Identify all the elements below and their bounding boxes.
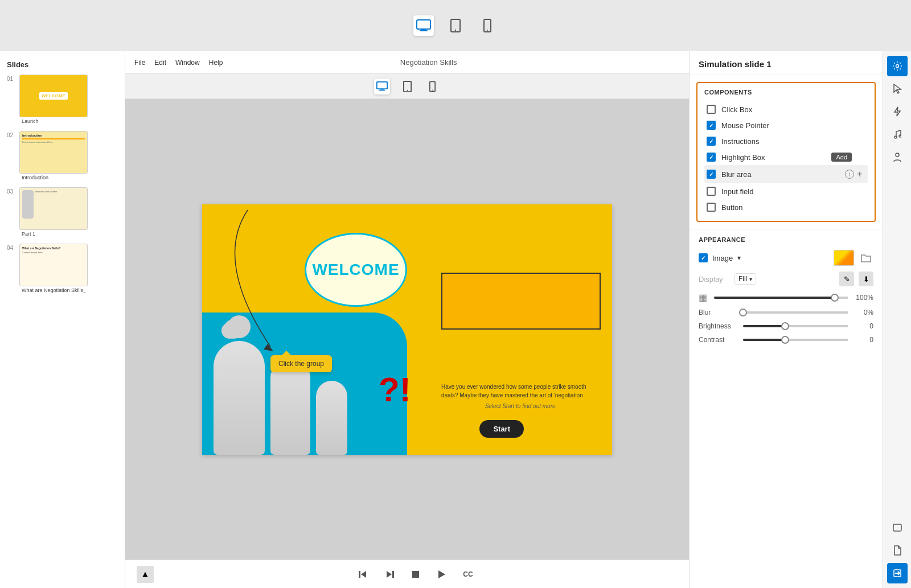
- brightness-slider-track[interactable]: [743, 325, 848, 327]
- component-item-instructions[interactable]: Instructions: [704, 133, 868, 149]
- instructions-checkbox[interactable]: [707, 137, 716, 146]
- blur-slider-row: Blur 0%: [699, 309, 873, 316]
- mousepointer-label: Mouse Pointer: [721, 121, 865, 130]
- contrast-value: 0: [853, 336, 873, 344]
- clickbox-checkbox[interactable]: [707, 105, 716, 114]
- blurarea-plus-btn[interactable]: +: [854, 168, 865, 180]
- svg-rect-27: [893, 524, 901, 531]
- svg-point-25: [899, 135, 901, 137]
- display-select[interactable]: Fill ▾: [734, 273, 756, 285]
- blurarea-checkbox[interactable]: [707, 170, 716, 179]
- inputfield-checkbox[interactable]: [707, 187, 716, 196]
- download-icon-btn[interactable]: ⬇: [859, 272, 873, 286]
- menu-window[interactable]: Window: [175, 59, 200, 67]
- svg-rect-17: [392, 571, 394, 578]
- slide-number-02: 02: [7, 131, 19, 138]
- mobile-device-btn[interactable]: [477, 15, 498, 36]
- prev-frame-btn[interactable]: [355, 566, 372, 583]
- slide-item-03[interactable]: 03 Welcome text content Part 1: [5, 185, 120, 239]
- scroll-up-btn[interactable]: ▲: [137, 566, 154, 583]
- stop-btn[interactable]: [407, 566, 424, 583]
- playback-bar: ▲ CC: [125, 560, 689, 588]
- highlightbox-checkbox[interactable]: [707, 153, 716, 162]
- component-item-inputfield[interactable]: Input field: [704, 183, 868, 199]
- slide-thumb-title-02: Introduction: [22, 175, 88, 180]
- svg-rect-0: [417, 20, 430, 29]
- canvas-top-bar: File Edit Window Help Negotiation Skills: [125, 51, 689, 74]
- menu-file[interactable]: File: [134, 59, 145, 67]
- right-sidebar: [883, 51, 911, 588]
- person-sidebar-btn[interactable]: [887, 147, 908, 167]
- next-frame-btn[interactable]: [381, 566, 398, 583]
- component-item-clickbox[interactable]: Click Box: [704, 101, 868, 117]
- menu-help[interactable]: Help: [209, 59, 223, 67]
- figure-medium: [270, 358, 310, 455]
- image-dropdown[interactable]: ▾: [737, 254, 741, 262]
- settings-sidebar-btn[interactable]: [887, 56, 908, 76]
- svg-rect-15: [359, 571, 360, 578]
- document-sidebar-btn[interactable]: [887, 540, 908, 561]
- slide-thumbnail-01: WELCOME: [19, 75, 88, 117]
- canvas-device-bar: [125, 74, 689, 99]
- blurarea-info-icon[interactable]: i: [845, 170, 854, 179]
- share-sidebar-btn[interactable]: [887, 563, 908, 583]
- svg-point-24: [894, 136, 897, 138]
- slide-canvas-wrapper: WELCOME ?!: [125, 99, 689, 560]
- cursor-sidebar-btn[interactable]: [887, 79, 908, 99]
- slide-number-01: 01: [7, 75, 19, 82]
- image-checkbox[interactable]: [699, 253, 708, 262]
- menu-edit[interactable]: Edit: [154, 59, 166, 67]
- inputfield-label: Input field: [721, 187, 865, 196]
- captions-btn[interactable]: CC: [459, 566, 477, 583]
- right-panel-header: Simulation slide 1: [690, 51, 883, 75]
- blur-slider-track[interactable]: [743, 311, 848, 314]
- blur-value: 0%: [853, 309, 873, 316]
- rectangle-sidebar-btn[interactable]: [887, 517, 908, 538]
- component-item-button[interactable]: Button: [704, 199, 868, 215]
- lightning-sidebar-btn[interactable]: [887, 101, 908, 122]
- component-item-highlightbox[interactable]: Highlight Box Add: [704, 149, 868, 165]
- slide-thumbnail-02: Introduction Lorem ipsum text content he…: [19, 131, 88, 174]
- component-item-blurarea[interactable]: Blur area i +: [704, 165, 868, 183]
- play-btn[interactable]: [433, 566, 450, 583]
- slide-item-01[interactable]: 01 WELCOME Launch: [5, 72, 120, 126]
- image-preview: [834, 250, 854, 266]
- brightness-label: Brightness: [699, 322, 738, 330]
- device-selector: [413, 15, 498, 36]
- music-sidebar-btn[interactable]: [887, 124, 908, 145]
- canvas-desktop-btn[interactable]: [374, 79, 390, 94]
- canvas-mobile-btn[interactable]: [424, 79, 440, 94]
- svg-rect-8: [380, 89, 384, 90]
- contrast-slider-track[interactable]: [743, 339, 848, 341]
- start-button[interactable]: Start: [479, 420, 524, 438]
- display-value: Fill: [738, 275, 747, 283]
- opacity-slider-track[interactable]: [714, 297, 848, 299]
- slide-thumbnail-03: Welcome text content: [19, 187, 88, 230]
- tablet-device-btn[interactable]: [445, 15, 466, 36]
- slide-thumb-title-03: Part 1: [22, 231, 88, 237]
- button-checkbox[interactable]: [707, 203, 716, 212]
- slide-canvas[interactable]: WELCOME ?!: [202, 204, 612, 455]
- components-label: COMPONENTS: [704, 89, 868, 96]
- slide-number-04: 04: [7, 244, 19, 251]
- components-section: COMPONENTS Click Box Mouse Pointer Instr…: [696, 82, 876, 222]
- component-item-mousepointer[interactable]: Mouse Pointer: [704, 117, 868, 133]
- appearance-section: APPEARANCE Image ▾ Display Fill ▾: [690, 229, 883, 356]
- figure-large: [214, 341, 265, 455]
- slide-item-02[interactable]: 02 Introduction Lorem ipsum text content…: [5, 129, 120, 183]
- tooltip-text: Click the group: [278, 360, 324, 368]
- canvas-tablet-btn[interactable]: [399, 79, 415, 94]
- edit-icon-btn[interactable]: ✎: [839, 272, 854, 286]
- svg-marker-23: [894, 107, 900, 116]
- folder-icon[interactable]: [859, 250, 873, 265]
- desktop-device-btn[interactable]: [413, 15, 434, 36]
- slide-item-04[interactable]: 04 What are Negotiation Skills? Content …: [5, 241, 120, 295]
- slide-thumb-title-01: Launch: [22, 118, 88, 124]
- svg-marker-22: [894, 84, 901, 93]
- highlightbox-add-btn[interactable]: Add: [831, 153, 852, 162]
- mousepointer-checkbox[interactable]: [707, 121, 716, 130]
- blurarea-label: Blur area: [721, 170, 843, 179]
- tooltip-arrow: [282, 351, 291, 355]
- slide-number-03: 03: [7, 187, 19, 195]
- slide-italic-text: Select Start to find out more.: [441, 403, 601, 409]
